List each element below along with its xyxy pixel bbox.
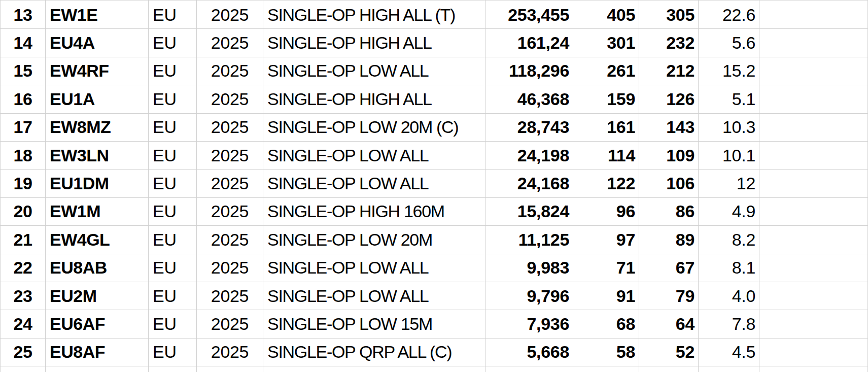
- cell-category[interactable]: SINGLE-OP LOW ALL: [263, 282, 485, 310]
- cell-mults[interactable]: 212: [639, 57, 699, 85]
- cell-qsos[interactable]: 159: [573, 85, 639, 113]
- cell-category[interactable]: SINGLE-OP LOW 20M (C): [263, 114, 485, 142]
- cell-hours[interactable]: 8.1: [699, 254, 759, 282]
- cell-category[interactable]: SINGLE-OP LOW 15M: [263, 310, 485, 338]
- cell-mults[interactable]: [639, 366, 699, 372]
- cell-qsos[interactable]: 97: [573, 226, 639, 254]
- cell-year[interactable]: 2025: [197, 310, 263, 338]
- cell-continent[interactable]: EU: [149, 85, 197, 113]
- cell-empty[interactable]: [759, 170, 868, 197]
- cell-rank[interactable]: 16: [1, 85, 46, 113]
- cell-callsign[interactable]: EU8AF: [46, 339, 149, 366]
- cell-year[interactable]: 2025: [197, 85, 263, 113]
- cell-year[interactable]: 2025: [197, 282, 263, 310]
- cell-callsign[interactable]: EU1DM: [46, 170, 149, 197]
- cell-continent[interactable]: EU: [149, 57, 197, 85]
- cell-continent[interactable]: EU: [149, 170, 197, 197]
- cell-category[interactable]: SINGLE-OP LOW ALL: [263, 254, 485, 282]
- cell-rank[interactable]: 24: [1, 310, 46, 338]
- cell-callsign[interactable]: EU2M: [46, 282, 149, 310]
- cell-hours[interactable]: 4.5: [699, 339, 759, 366]
- cell-year[interactable]: 2025: [197, 226, 263, 254]
- cell-score[interactable]: 28,743: [485, 114, 573, 142]
- cell-callsign[interactable]: EW1E: [46, 1, 149, 29]
- cell-hours[interactable]: 22.6: [699, 1, 759, 29]
- cell-callsign[interactable]: EU8AB: [46, 254, 149, 282]
- cell-empty[interactable]: [759, 29, 868, 57]
- cell-hours[interactable]: 7.8: [699, 310, 759, 338]
- cell-year[interactable]: 2025: [197, 114, 263, 142]
- cell-empty[interactable]: [759, 1, 868, 29]
- cell-qsos[interactable]: 301: [573, 29, 639, 57]
- cell-mults[interactable]: 52: [639, 339, 699, 366]
- cell-qsos[interactable]: 261: [573, 57, 639, 85]
- cell-continent[interactable]: [149, 366, 197, 372]
- cell-hours[interactable]: 10.1: [699, 142, 759, 170]
- cell-continent[interactable]: EU: [149, 254, 197, 282]
- cell-mults[interactable]: 89: [639, 226, 699, 254]
- cell-hours[interactable]: 4.9: [699, 198, 759, 226]
- cell-mults[interactable]: 143: [639, 114, 699, 142]
- cell-rank[interactable]: 17: [1, 114, 46, 142]
- cell-empty[interactable]: [759, 282, 868, 310]
- cell-year[interactable]: 2025: [197, 29, 263, 57]
- cell-score[interactable]: 24,198: [485, 142, 573, 170]
- cell-callsign[interactable]: EU6AF: [46, 310, 149, 338]
- cell-mults[interactable]: 232: [639, 29, 699, 57]
- cell-hours[interactable]: 5.1: [699, 85, 759, 113]
- cell-category[interactable]: SINGLE-OP LOW 20M: [263, 226, 485, 254]
- cell-score[interactable]: 9,796: [485, 282, 573, 310]
- cell-hours[interactable]: 15.2: [699, 57, 759, 85]
- cell-qsos[interactable]: [573, 366, 639, 372]
- cell-empty[interactable]: [759, 198, 868, 226]
- cell-year[interactable]: 2025: [197, 198, 263, 226]
- cell-callsign[interactable]: EW4RF: [46, 57, 149, 85]
- cell-empty[interactable]: [759, 57, 868, 85]
- cell-continent[interactable]: EU: [149, 339, 197, 366]
- cell-category[interactable]: SINGLE-OP HIGH ALL (T): [263, 1, 485, 29]
- cell-score[interactable]: 7,936: [485, 310, 573, 338]
- cell-hours[interactable]: 12: [699, 170, 759, 197]
- cell-category[interactable]: SINGLE-OP QRP ALL (C): [263, 339, 485, 366]
- cell-rank[interactable]: 25: [1, 339, 46, 366]
- cell-rank[interactable]: 20: [1, 198, 46, 226]
- cell-qsos[interactable]: 96: [573, 198, 639, 226]
- cell-score[interactable]: 161,24: [485, 29, 573, 57]
- cell-hours[interactable]: [699, 366, 759, 372]
- cell-rank[interactable]: 15: [1, 57, 46, 85]
- cell-rank[interactable]: 23: [1, 282, 46, 310]
- cell-continent[interactable]: EU: [149, 310, 197, 338]
- cell-empty[interactable]: [759, 85, 868, 113]
- cell-score[interactable]: 15,824: [485, 198, 573, 226]
- cell-qsos[interactable]: 68: [573, 310, 639, 338]
- cell-category[interactable]: SINGLE-OP LOW ALL: [263, 142, 485, 170]
- cell-hours[interactable]: 5.6: [699, 29, 759, 57]
- cell-rank[interactable]: 22: [1, 254, 46, 282]
- cell-rank[interactable]: [1, 366, 46, 372]
- cell-hours[interactable]: 10.3: [699, 114, 759, 142]
- cell-mults[interactable]: 106: [639, 170, 699, 197]
- cell-continent[interactable]: EU: [149, 1, 197, 29]
- cell-continent[interactable]: EU: [149, 114, 197, 142]
- cell-callsign[interactable]: EW3LN: [46, 142, 149, 170]
- cell-mults[interactable]: 109: [639, 142, 699, 170]
- cell-callsign[interactable]: EW4GL: [46, 226, 149, 254]
- cell-continent[interactable]: EU: [149, 198, 197, 226]
- cell-score[interactable]: 24,168: [485, 170, 573, 197]
- cell-qsos[interactable]: 405: [573, 1, 639, 29]
- cell-score[interactable]: 253,455: [485, 1, 573, 29]
- cell-category[interactable]: SINGLE-OP LOW ALL: [263, 57, 485, 85]
- cell-score[interactable]: 5,668: [485, 339, 573, 366]
- cell-category[interactable]: SINGLE-OP HIGH 160M: [263, 198, 485, 226]
- cell-mults[interactable]: 126: [639, 85, 699, 113]
- cell-year[interactable]: 2025: [197, 339, 263, 366]
- cell-year[interactable]: 2025: [197, 170, 263, 197]
- cell-category[interactable]: SINGLE-OP HIGH ALL: [263, 29, 485, 57]
- cell-empty[interactable]: [759, 310, 868, 338]
- cell-year[interactable]: 2025: [197, 142, 263, 170]
- cell-hours[interactable]: 8.2: [699, 226, 759, 254]
- cell-hours[interactable]: 4.0: [699, 282, 759, 310]
- cell-year[interactable]: 2025: [197, 254, 263, 282]
- cell-score[interactable]: 11,125: [485, 226, 573, 254]
- cell-empty[interactable]: [759, 254, 868, 282]
